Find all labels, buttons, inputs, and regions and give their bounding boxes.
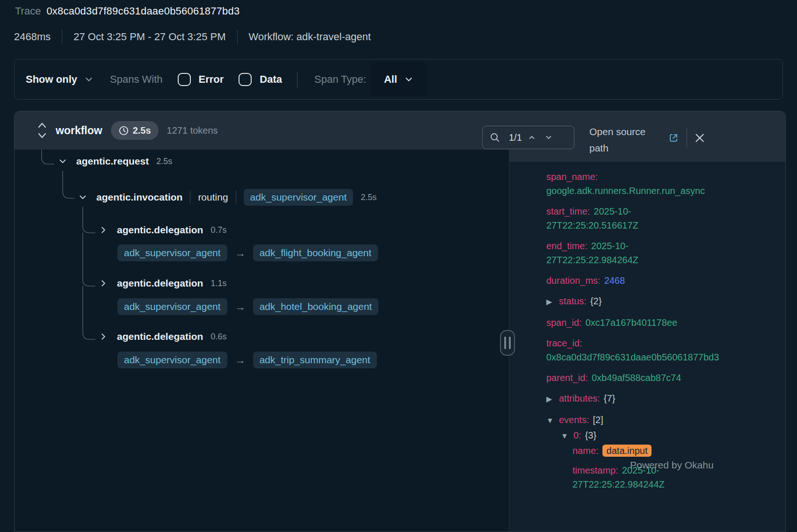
search-prev-icon[interactable] bbox=[528, 133, 536, 142]
error-checkbox-label[interactable]: Error bbox=[199, 73, 224, 86]
agent-pill[interactable]: adk_supervisor_agent bbox=[117, 298, 227, 315]
span-row-delegation-2[interactable]: agentic.delegation 1.1s bbox=[98, 278, 226, 289]
trace-meta: 2468ms 27 Oct 3:25 PM - 27 Oct 3:25 PM W… bbox=[14, 30, 371, 44]
panel-resize-handle[interactable] bbox=[500, 330, 515, 356]
span-tag: routing bbox=[198, 192, 228, 203]
delegation-flow-2: adk_supervisor_agent → adk_hotel_booking… bbox=[117, 298, 378, 315]
agent-pill[interactable]: adk_supervisor_agent bbox=[117, 352, 227, 368]
chevron-down-icon bbox=[84, 74, 94, 85]
divider bbox=[237, 30, 238, 44]
search-highlight: data.input bbox=[602, 445, 652, 457]
chevron-right-icon[interactable] bbox=[98, 278, 109, 288]
trace-id: 0x8ca0d3d7f89c631daae0b56061877bd3 bbox=[46, 5, 239, 17]
chevron-down-icon[interactable] bbox=[78, 192, 88, 202]
token-count: 1271 tokens bbox=[167, 125, 218, 136]
expanded-triangle-icon[interactable]: ▼ bbox=[546, 414, 559, 428]
duration-pill: 2.5s bbox=[111, 121, 159, 140]
divider bbox=[236, 191, 236, 204]
filter-bar: Show only Spans With Error Data Span Typ… bbox=[14, 59, 783, 100]
detail-events: ▼events:[2] bbox=[546, 413, 781, 428]
workflow-title: workflow bbox=[56, 124, 102, 137]
spans-with-label: Spans With bbox=[110, 73, 163, 86]
span-tree: agentic.request 2.5s agentic.invocation … bbox=[14, 150, 509, 532]
data-checkbox-label[interactable]: Data bbox=[260, 73, 282, 86]
agent-pill[interactable]: adk_supervisor_agent bbox=[117, 244, 227, 261]
detail-span-id: span_id:0xc17a167b401178ee bbox=[546, 316, 781, 330]
agent-pill[interactable]: adk_trip_summary_agent bbox=[253, 352, 377, 368]
divider bbox=[687, 128, 687, 148]
arrow-right-icon: → bbox=[235, 354, 246, 367]
detail-parent-id: parent_id:0xb49af588cab87c74 bbox=[546, 371, 781, 385]
detail-trace-id: trace_id: 0x8ca0d3d7f89c631daae0b5606187… bbox=[546, 336, 781, 364]
delegation-flow-3: adk_supervisor_agent → adk_trip_summary_… bbox=[117, 352, 377, 368]
detail-attributes: ▶attributes:{7} bbox=[546, 391, 781, 406]
search-box[interactable]: 1/1 bbox=[482, 126, 574, 149]
detail-event-name: name:data.input bbox=[546, 444, 781, 458]
span-row-request[interactable]: agentic.request 2.5s bbox=[58, 156, 172, 167]
workflow-header: workflow 2.5s 1271 tokens bbox=[37, 121, 218, 140]
span-row-invocation[interactable]: agentic.invocation routing adk_superviso… bbox=[78, 189, 377, 206]
span-row-delegation-3[interactable]: agentic.delegation 0.6s bbox=[98, 331, 226, 342]
divider bbox=[190, 191, 190, 204]
agent-pill[interactable]: adk_flight_booking_agent bbox=[253, 244, 378, 261]
detail-start-time: start_time:2025-10- 27T22:25:20.516617Z bbox=[546, 204, 781, 232]
data-checkbox[interactable] bbox=[239, 73, 252, 86]
agent-pill[interactable]: adk_supervisor_agent bbox=[244, 189, 354, 206]
expanded-triangle-icon[interactable]: ▼ bbox=[561, 429, 573, 443]
search-match-count: 1/1 bbox=[509, 132, 522, 143]
divider bbox=[297, 72, 297, 87]
open-source-path-link[interactable]: Open source path bbox=[589, 123, 664, 156]
chevron-right-icon[interactable] bbox=[98, 225, 109, 235]
collapsed-triangle-icon[interactable]: ▶ bbox=[546, 392, 559, 406]
detail-duration-ms: duration_ms:2468 bbox=[546, 273, 781, 288]
close-panel-icon[interactable] bbox=[694, 132, 706, 144]
chevron-down-icon[interactable] bbox=[58, 156, 68, 166]
detail-status: ▶status:{2} bbox=[546, 294, 781, 309]
show-only-dropdown[interactable]: Show only bbox=[26, 73, 94, 86]
divider bbox=[62, 30, 62, 44]
arrow-right-icon: → bbox=[235, 247, 246, 259]
delegation-flow-1: adk_supervisor_agent → adk_flight_bookin… bbox=[117, 244, 378, 261]
detail-event-0: ▼0:{3} bbox=[546, 428, 781, 443]
chevron-down-icon bbox=[404, 74, 414, 85]
arrow-right-icon: → bbox=[235, 301, 246, 313]
trace-duration: 2468ms bbox=[14, 31, 51, 43]
powered-by-watermark: Powered by Okahu bbox=[630, 460, 714, 471]
page-title: Trace 0x8ca0d3d7f89c631daae0b56061877bd3 bbox=[15, 5, 239, 17]
trace-workflow: Workflow: adk-travel-agent bbox=[249, 31, 371, 43]
agent-pill[interactable]: adk_hotel_booking_agent bbox=[253, 298, 379, 315]
search-next-icon[interactable] bbox=[544, 133, 553, 142]
span-detail-panel: span_name: google.adk.runners.Runner.run… bbox=[509, 162, 786, 532]
clock-icon bbox=[118, 125, 129, 136]
detail-end-time: end_time:2025-10- 27T22:25:22.984264Z bbox=[546, 239, 781, 267]
search-icon bbox=[489, 132, 500, 143]
tree-connector-lines bbox=[14, 150, 509, 532]
external-link-icon[interactable] bbox=[668, 132, 679, 144]
detail-span-name: span_name: google.adk.runners.Runner.run… bbox=[546, 170, 781, 198]
collapsed-triangle-icon[interactable]: ▶ bbox=[546, 295, 559, 309]
trace-label: Trace bbox=[15, 5, 41, 17]
span-row-delegation-1[interactable]: agentic.delegation 0.7s bbox=[98, 224, 226, 236]
expand-collapse-all-icon[interactable] bbox=[37, 121, 47, 140]
error-checkbox[interactable] bbox=[178, 73, 191, 86]
span-type-label: Span Type: bbox=[314, 73, 366, 86]
span-type-select[interactable]: All bbox=[371, 63, 427, 96]
trace-time-range: 27 Oct 3:25 PM - 27 Oct 3:25 PM bbox=[73, 31, 225, 43]
chevron-right-icon[interactable] bbox=[98, 331, 109, 342]
